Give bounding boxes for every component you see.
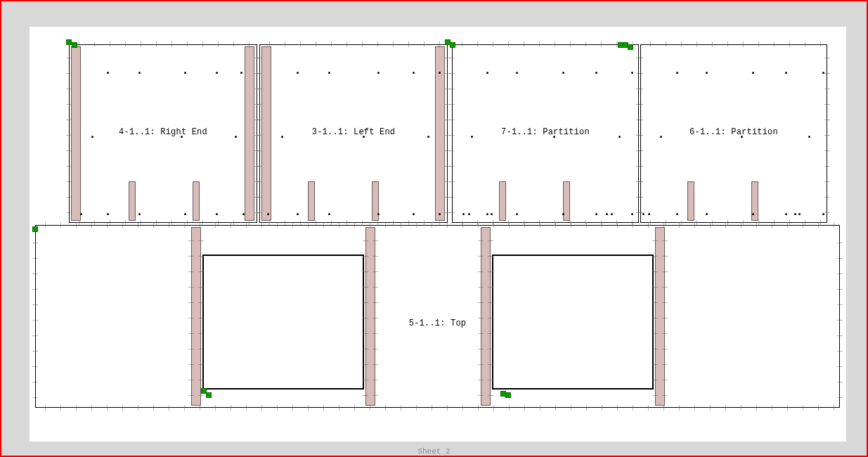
toolpath-arrows [262,41,445,47]
part-label: 4-1..1: Right End [119,127,207,137]
endpoint-handle[interactable] [206,392,212,398]
toolpath-arrows [652,230,658,403]
drill-hole [648,213,650,215]
toolpath-arrows [32,228,38,405]
drill-hole [281,136,283,138]
drill-hole [486,72,488,74]
drill-hole [785,72,787,74]
drill-hole [516,72,518,74]
drill-hole [235,136,237,138]
drill-hole [785,213,787,215]
drill-hole [297,72,299,74]
toolpath-arrows [449,47,455,220]
part-label: 7-1..1: Partition [501,127,590,137]
wood-rail [499,181,506,221]
drill-hole [328,213,330,215]
wood-rail [308,181,315,221]
drill-hole [427,136,429,138]
drill-hole [184,213,186,215]
drawing-sheet[interactable]: 4-1..1: Right End3-1..1: Left End7-1..1:… [30,27,846,442]
toolpath-arrows [637,47,643,220]
drill-hole [562,72,564,74]
toolpath-arrows [72,41,254,47]
sub-frame-edge [202,388,364,390]
drill-hole [468,213,470,215]
sub-frame-edge [492,255,654,256]
drill-hole [91,136,93,138]
endpoint-handle[interactable] [66,39,72,45]
toolpath-arrows [373,230,378,403]
toolpath-arrows [66,47,72,220]
drill-hole [595,213,597,215]
toolpath-arrows [363,230,368,403]
drill-hole [660,136,662,138]
drill-hole [377,213,380,215]
drill-hole [80,213,82,215]
drill-hole [562,213,564,215]
wood-rail [245,46,254,221]
sub-frame-edge [202,255,364,256]
toolpath-arrows [38,405,837,411]
drill-hole [676,213,678,215]
drill-hole [216,213,218,215]
drill-hole [706,72,708,74]
sheet-tab[interactable]: Sheet 2 [0,447,868,456]
drill-hole [413,213,415,215]
toolpath-arrows [643,41,824,47]
drill-hole [491,213,493,215]
drill-hole [798,213,801,215]
drill-hole [439,213,441,215]
drill-hole [107,72,109,74]
toolpath-arrows [478,230,484,403]
panel-p5[interactable] [35,225,840,408]
toolpath-arrows [837,228,843,405]
drill-hole [752,72,754,74]
drill-hole [595,72,597,74]
toolpath-arrows [188,230,194,403]
drill-hole [297,213,299,215]
drill-hole [808,136,810,138]
drill-hole [676,72,678,74]
drill-hole [752,213,754,215]
toolpath-arrows [662,230,668,403]
drill-hole [618,136,621,138]
wood-rail [687,181,694,221]
drill-hole [242,213,245,215]
part-label: 3-1..1: Left End [312,127,395,137]
endpoint-handle[interactable] [505,392,511,398]
drill-hole [486,213,488,215]
drill-hole [138,72,141,74]
drill-hole [631,72,633,74]
drill-hole [631,213,633,215]
toolpath-arrows [257,47,262,220]
toolpath-arrows [38,222,837,228]
drill-hole [184,72,186,74]
sub-frame-edge [492,388,654,390]
wood-rail [193,181,200,221]
drill-hole [794,213,796,215]
drill-hole [706,213,708,215]
drill-hole [516,213,518,215]
drill-hole [138,213,141,215]
part-label: 6-1..1: Partition [689,127,778,137]
drill-hole [107,213,109,215]
drill-hole [377,72,380,74]
toolpath-arrows [824,47,830,220]
toolpath-arrows [455,41,636,47]
drill-hole [240,72,242,74]
drill-hole [216,72,218,74]
drill-hole [606,213,608,215]
drill-hole [328,72,330,74]
toolpath-arrows [488,230,493,403]
drill-hole [267,213,269,215]
part-label: 5-1..1: Top [409,318,466,328]
drill-hole [439,72,441,74]
wood-rail [261,46,271,221]
drill-hole [462,213,465,215]
drill-hole [471,136,473,138]
wood-rail [129,181,136,221]
drill-hole [413,72,415,74]
toolpath-arrows [198,230,204,403]
wood-rail [71,46,81,221]
drill-hole [611,213,613,215]
